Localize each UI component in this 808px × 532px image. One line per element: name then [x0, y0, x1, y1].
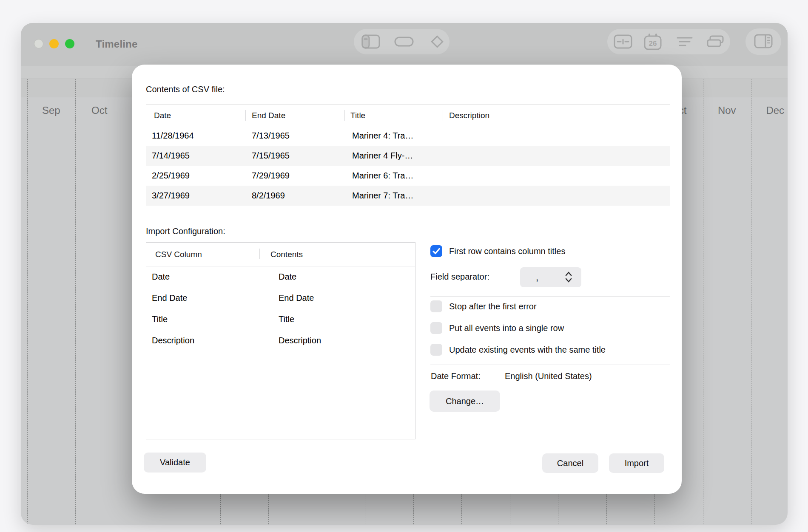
field-separator-label: Field separator:: [430, 271, 489, 282]
csv-contents-label: Contents of CSV file:: [146, 84, 225, 95]
cell-title: Mariner 7: Tra…: [352, 190, 413, 201]
checkmark-icon: [430, 245, 442, 257]
grid-line: [751, 79, 751, 524]
chevron-up-down-icon: [564, 271, 573, 283]
cell-end-date: 8/2/1969: [252, 190, 285, 201]
cell-date: 7/14/1965: [152, 150, 190, 161]
diamond-icon[interactable]: [427, 33, 447, 51]
calendar-icon[interactable]: 26: [643, 33, 663, 51]
contents-cell: Title: [279, 314, 294, 325]
csv-column-cell: End Date: [152, 292, 187, 304]
contents-cell: Date: [279, 271, 296, 283]
month-label: Sep: [27, 105, 76, 116]
cell-title: Mariner 4 Fly-…: [352, 150, 413, 161]
column-header-date[interactable]: Date: [154, 110, 171, 121]
header-separator: [344, 110, 345, 121]
minimize-button[interactable]: [49, 39, 59, 48]
table-row[interactable]: 7/14/1965 7/15/1965 Mariner 4 Fly-…: [146, 146, 670, 166]
separator-line: [430, 296, 670, 297]
csv-preview-table: Date End Date Title Description 11/28/19…: [146, 105, 670, 205]
stop-after-error-label: Stop after the first error: [449, 301, 537, 312]
sidebar-right-icon[interactable]: [753, 32, 774, 50]
contents-cell: Description: [279, 335, 321, 346]
capsule-icon[interactable]: [394, 33, 414, 51]
zoom-button[interactable]: [65, 39, 74, 48]
window-title: Timeline: [96, 38, 138, 50]
column-header-title[interactable]: Title: [350, 110, 365, 121]
header-separator: [542, 110, 542, 121]
import-config-label: Import Configuration:: [146, 226, 225, 237]
close-button[interactable]: [34, 39, 43, 48]
mapping-table-header: CSV Column Contents: [146, 243, 415, 266]
column-header-description[interactable]: Description: [449, 110, 489, 121]
column-header-contents[interactable]: Contents: [270, 249, 303, 260]
cell-title: Mariner 4: Tra…: [352, 130, 413, 141]
month-label: Oct: [75, 105, 124, 116]
grid-line: [75, 79, 76, 524]
grid-line: [27, 79, 28, 524]
cell-date: 2/25/1969: [152, 170, 190, 181]
import-button[interactable]: Import: [609, 453, 664, 473]
header-separator: [259, 249, 260, 259]
filter-lines-icon[interactable]: [674, 33, 695, 51]
sidebar-compact-icon[interactable]: [361, 33, 381, 51]
stop-after-error-checkbox[interactable]: [430, 300, 442, 312]
cancel-button[interactable]: Cancel: [542, 453, 598, 473]
single-row-label: Put all events into a single row: [449, 323, 564, 334]
month-label: Nov: [703, 105, 751, 116]
table-row[interactable]: 3/27/1969 8/2/1969 Mariner 7: Tra…: [146, 186, 670, 206]
cell-title: Mariner 6: Tra…: [352, 170, 413, 181]
grid-line: [124, 79, 124, 524]
csv-import-dialog: Contents of CSV file: Date End Date Titl…: [132, 65, 682, 494]
table-row[interactable]: 11/28/1964 7/13/1965 Mariner 4: Tra…: [146, 126, 670, 146]
first-row-checkbox[interactable]: [430, 245, 442, 257]
csv-column-cell: Description: [152, 335, 194, 346]
mapping-row[interactable]: End Date End Date: [146, 287, 415, 308]
column-header-end-date[interactable]: End Date: [252, 110, 285, 121]
validate-button[interactable]: Validate: [144, 453, 206, 473]
contents-cell: End Date: [279, 292, 314, 304]
update-existing-checkbox[interactable]: [430, 344, 442, 356]
date-format-label: Date Format:: [431, 371, 481, 382]
separator-line: [430, 365, 670, 365]
mapping-row[interactable]: Title Title: [146, 308, 415, 330]
cell-end-date: 7/15/1965: [252, 150, 290, 161]
csv-column-cell: Title: [152, 314, 168, 325]
update-existing-label: Update existing events with the same tit…: [449, 344, 606, 355]
month-label: Dec: [751, 105, 788, 116]
cell-end-date: 7/13/1965: [252, 130, 290, 141]
date-format-value: English (United States): [505, 371, 592, 382]
header-separator: [245, 110, 246, 121]
cell-end-date: 7/29/1969: [252, 170, 290, 181]
first-row-checkbox-label: First row contains column titles: [449, 246, 565, 257]
screen: { "window": { "title": "Timeline", "cale…: [0, 0, 808, 532]
grid-line: [703, 79, 703, 524]
single-row-checkbox[interactable]: [430, 322, 442, 334]
column-mapping-table: CSV Column Contents Date Date End Date E…: [146, 242, 415, 439]
cards-icon[interactable]: [705, 33, 725, 51]
table-row[interactable]: 2/25/1969 7/29/1969 Mariner 6: Tra…: [146, 166, 670, 186]
field-separator-value: ,: [536, 272, 538, 283]
csv-table-header: Date End Date Title Description: [146, 105, 670, 126]
mapping-row[interactable]: Date Date: [146, 266, 415, 287]
change-button[interactable]: Change…: [430, 391, 500, 412]
cell-date: 11/28/1964: [152, 130, 194, 141]
column-header-csv-column[interactable]: CSV Column: [155, 249, 202, 260]
add-section-icon[interactable]: [613, 33, 633, 51]
csv-column-cell: Date: [152, 271, 170, 283]
mapping-row[interactable]: Description Description: [146, 330, 415, 351]
header-separator: [443, 110, 443, 121]
cell-date: 3/27/1969: [152, 190, 190, 201]
calendar-day: 26: [649, 40, 657, 48]
